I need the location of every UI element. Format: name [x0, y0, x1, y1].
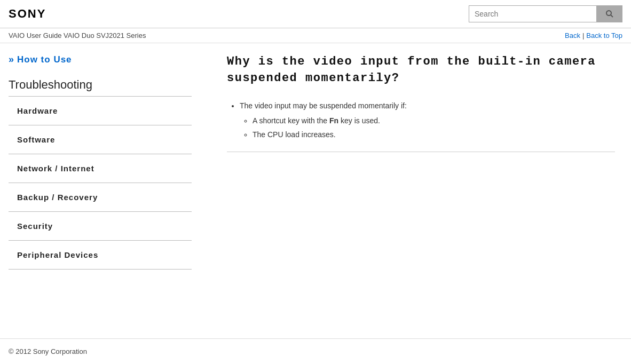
fn-key-label: Fn	[329, 116, 338, 125]
bullet-intro-text: The video input may be suspended momenta…	[240, 101, 407, 110]
svg-point-0	[606, 11, 611, 15]
search-container	[469, 5, 622, 22]
sub-list-item-cpu: The CPU load increases.	[253, 129, 615, 140]
troubleshooting-title: Troubleshooting	[9, 78, 192, 92]
copyright-text: © 2012 Sony Corporation	[9, 347, 87, 355]
sub-bullet-1-part2: key is used.	[338, 116, 380, 125]
content-list: The video input may be suspended momenta…	[227, 100, 615, 141]
back-link[interactable]: Back	[565, 31, 580, 39]
sidebar-item-peripheral-devices[interactable]: Peripheral Devices	[9, 241, 192, 270]
sidebar: » How to Use Troubleshooting Hardware So…	[0, 43, 200, 338]
sidebar-item-backup-recovery[interactable]: Backup / Recovery	[9, 183, 192, 212]
main-content: » How to Use Troubleshooting Hardware So…	[0, 43, 631, 338]
svg-line-1	[611, 15, 613, 17]
breadcrumb-bar: VAIO User Guide VAIO Duo SVJ2021 Series …	[0, 28, 631, 43]
back-to-top-link[interactable]: Back to Top	[586, 31, 622, 39]
breadcrumb-separator: |	[582, 31, 584, 39]
sub-bullet-1-part1: A shortcut key with the	[253, 116, 329, 125]
content-title: Why is the video input from the built-in…	[227, 54, 615, 87]
how-to-use-arrow-icon: »	[9, 54, 14, 65]
sidebar-item-security[interactable]: Security	[9, 212, 192, 241]
how-to-use-label[interactable]: How to Use	[17, 54, 72, 65]
content-bottom-divider	[227, 152, 615, 152]
breadcrumb-links: Back | Back to Top	[565, 31, 622, 39]
sidebar-item-network-internet[interactable]: Network / Internet	[9, 154, 192, 183]
sony-logo: SONY	[9, 7, 46, 21]
sub-list-item-fn: A shortcut key with the Fn key is used.	[253, 115, 615, 126]
list-item-intro: The video input may be suspended momenta…	[240, 100, 615, 141]
content-area: Why is the video input from the built-in…	[200, 43, 631, 338]
header: SONY	[0, 0, 631, 28]
content-sublist: A shortcut key with the Fn key is used. …	[240, 115, 615, 141]
guide-title: VAIO User Guide VAIO Duo SVJ2021 Series	[9, 31, 146, 39]
sidebar-item-software[interactable]: Software	[9, 125, 192, 154]
search-button[interactable]	[597, 5, 622, 22]
how-to-use-header: » How to Use	[9, 54, 192, 65]
search-input[interactable]	[469, 5, 597, 22]
search-icon	[605, 10, 614, 18]
sidebar-item-hardware[interactable]: Hardware	[9, 97, 192, 125]
footer: © 2012 Sony Corporation	[0, 338, 631, 364]
